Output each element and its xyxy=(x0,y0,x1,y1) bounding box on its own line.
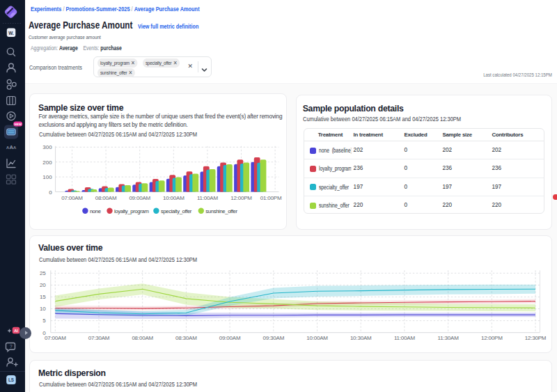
svg-text:07:00AM: 07:00AM xyxy=(61,195,83,201)
svg-text:NEW: NEW xyxy=(15,123,22,126)
svg-text:08:00AM: 08:00AM xyxy=(95,195,116,201)
svg-text:09:30AM: 09:30AM xyxy=(262,335,284,341)
svg-text:09:00AM: 09:00AM xyxy=(129,195,150,201)
svg-text:09:00AM: 09:00AM xyxy=(219,335,240,341)
svg-text:25: 25 xyxy=(39,270,45,276)
svg-text:sunshine_offer: sunshine_offer xyxy=(205,208,237,214)
svg-text:10:30AM: 10:30AM xyxy=(350,335,371,341)
svg-text:12:00PM: 12:00PM xyxy=(230,195,252,201)
svg-text:07:30AM: 07:30AM xyxy=(88,335,109,341)
svg-text:11:00AM: 11:00AM xyxy=(196,195,218,201)
svg-text:none: none xyxy=(89,208,100,214)
svg-text:5: 5 xyxy=(42,317,46,324)
svg-text:01:00PM: 01:00PM xyxy=(260,195,281,201)
svg-text:15: 15 xyxy=(39,294,45,300)
svg-text:W.: W. xyxy=(8,31,14,36)
svg-text:07:00AM: 07:00AM xyxy=(44,335,65,341)
svg-text:11:00AM: 11:00AM xyxy=(393,335,415,341)
svg-text:08:30AM: 08:30AM xyxy=(175,335,197,341)
svg-text:200: 200 xyxy=(42,159,52,166)
svg-text:loyalty_program: loyalty_program xyxy=(114,208,148,214)
svg-text:20: 20 xyxy=(39,282,45,288)
svg-text:?: ? xyxy=(10,344,13,349)
svg-text:08:00AM: 08:00AM xyxy=(132,335,153,341)
svg-text:100: 100 xyxy=(42,174,52,180)
svg-text:10:00AM: 10:00AM xyxy=(162,195,184,201)
svg-text:specialty_offer: specialty_offer xyxy=(160,208,191,214)
svg-text:10: 10 xyxy=(39,306,45,312)
svg-text:AI: AI xyxy=(14,329,18,333)
svg-text:10:00AM: 10:00AM xyxy=(306,335,328,341)
svg-text:300: 300 xyxy=(42,144,52,150)
svg-text:11:30AM: 11:30AM xyxy=(437,335,459,341)
svg-text:12:30PM: 12:30PM xyxy=(524,335,546,341)
svg-text:LS: LS xyxy=(8,377,14,382)
svg-text:12:00PM: 12:00PM xyxy=(480,335,502,341)
svg-text:0: 0 xyxy=(49,189,52,196)
